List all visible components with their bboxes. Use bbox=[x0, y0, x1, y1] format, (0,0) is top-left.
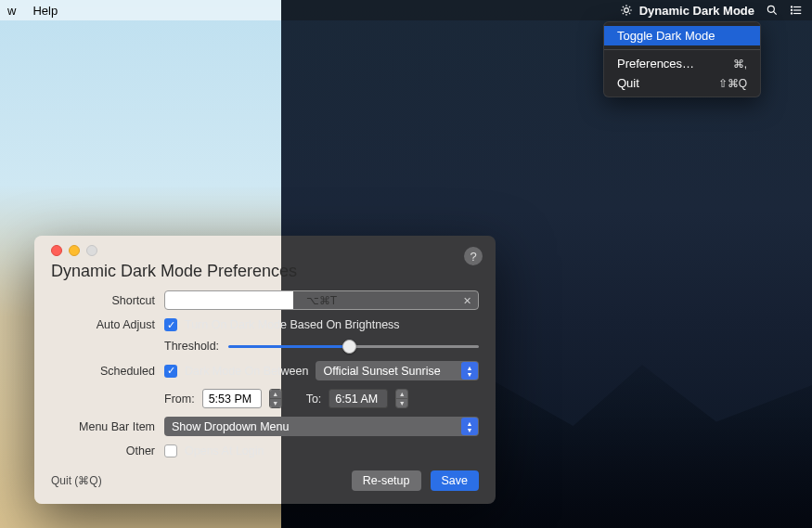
menu-toggle-dark-mode[interactable]: Toggle Dark Mode bbox=[604, 26, 760, 45]
shortcut-value: ⌥⌘T bbox=[306, 294, 337, 307]
menubar-app-title: Dynamic Dark Mode bbox=[639, 4, 754, 18]
zoom-button-disabled bbox=[86, 245, 97, 256]
svg-point-15 bbox=[791, 9, 792, 10]
close-button[interactable] bbox=[51, 245, 62, 256]
to-stepper[interactable]: ▲▼ bbox=[395, 389, 408, 408]
shortcut-field[interactable]: ⌥⌘T ✕ bbox=[164, 290, 479, 310]
sun-icon bbox=[619, 3, 634, 18]
threshold-slider[interactable] bbox=[228, 345, 479, 348]
save-button[interactable]: Save bbox=[431, 470, 480, 491]
from-stepper[interactable]: ▲▼ bbox=[269, 389, 282, 408]
quit-label: Quit (⌘Q) bbox=[51, 474, 102, 487]
menubar: w Help Dynamic Dark Mode bbox=[0, 0, 812, 20]
menu-separator bbox=[604, 49, 760, 50]
menu-item-label: Toggle Dark Mode bbox=[617, 29, 715, 43]
from-time-field[interactable]: 5:53 PM bbox=[202, 389, 262, 408]
label-menu-bar-item: Menu Bar Item bbox=[51, 420, 164, 433]
from-time-value: 5:53 PM bbox=[209, 393, 252, 406]
menubar-item-help[interactable]: Help bbox=[32, 4, 58, 18]
svg-point-9 bbox=[767, 6, 774, 12]
menu-item-label: Preferences… bbox=[617, 57, 694, 71]
menu-quit[interactable]: Quit ⇧⌘Q bbox=[604, 73, 760, 93]
slider-knob[interactable] bbox=[342, 340, 356, 354]
list-icon[interactable] bbox=[790, 4, 803, 17]
auto-adjust-label: Turn On Dark Mode Based On Brightness bbox=[185, 318, 400, 331]
svg-line-8 bbox=[629, 6, 630, 7]
preferences-window: ? Dynamic Dark Mode Preferences Shortcut… bbox=[34, 236, 496, 504]
svg-line-6 bbox=[629, 13, 630, 14]
menu-bar-select[interactable]: Show Dropdown Menu ▲▼ bbox=[164, 417, 479, 436]
scheduled-label: Dark Mode On Between bbox=[185, 365, 308, 378]
opens-at-login-checkbox[interactable] bbox=[164, 444, 177, 457]
svg-point-0 bbox=[624, 8, 628, 13]
svg-line-10 bbox=[773, 11, 776, 14]
spotlight-icon[interactable] bbox=[766, 4, 779, 17]
to-time-field[interactable]: 6:51 AM bbox=[329, 389, 388, 408]
menu-item-shortcut: ⌘, bbox=[733, 58, 747, 71]
menubar-right: Dynamic Dark Mode bbox=[281, 0, 812, 20]
menubar-app-status[interactable]: Dynamic Dark Mode bbox=[619, 3, 754, 18]
menu-preferences[interactable]: Preferences… ⌘, bbox=[604, 54, 760, 73]
svg-point-16 bbox=[791, 13, 792, 14]
button-label: Save bbox=[442, 474, 469, 487]
chevron-up-down-icon: ▲▼ bbox=[461, 418, 478, 435]
auto-adjust-checkbox[interactable]: ✓ bbox=[164, 318, 177, 331]
label-scheduled: Scheduled bbox=[51, 365, 164, 378]
menubar-left: w Help bbox=[0, 0, 281, 20]
scheduled-checkbox[interactable]: ✓ bbox=[164, 365, 177, 378]
to-label: To: bbox=[306, 393, 322, 406]
label-other: Other bbox=[51, 444, 164, 457]
svg-line-5 bbox=[623, 6, 624, 7]
select-value: Official Sunset Sunrise bbox=[323, 365, 440, 378]
threshold-label: Threshold: bbox=[164, 340, 219, 353]
to-time-value: 6:51 AM bbox=[335, 393, 378, 406]
menubar-item-w[interactable]: w bbox=[7, 4, 16, 18]
help-button[interactable]: ? bbox=[464, 247, 483, 265]
window-traffic-lights bbox=[51, 245, 479, 256]
chevron-up-down-icon: ▲▼ bbox=[461, 362, 478, 380]
label-shortcut: Shortcut bbox=[51, 294, 164, 307]
svg-line-7 bbox=[623, 13, 624, 14]
resetup-button[interactable]: Re-setup bbox=[352, 470, 421, 491]
label-auto-adjust: Auto Adjust bbox=[51, 318, 164, 331]
svg-point-14 bbox=[791, 6, 792, 7]
button-label: Re-setup bbox=[363, 474, 410, 487]
menu-item-shortcut: ⇧⌘Q bbox=[718, 77, 747, 90]
clear-icon[interactable]: ✕ bbox=[459, 293, 474, 308]
opens-at-login-label: Opens At Login bbox=[185, 444, 264, 457]
window-title: Dynamic Dark Mode Preferences bbox=[51, 262, 479, 281]
minimize-button[interactable] bbox=[69, 245, 80, 256]
scheduled-select[interactable]: Official Sunset Sunrise ▲▼ bbox=[316, 361, 479, 380]
select-value: Show Dropdown Menu bbox=[172, 420, 289, 433]
status-dropdown: Toggle Dark Mode Preferences… ⌘, Quit ⇧⌘… bbox=[603, 21, 761, 97]
menu-item-label: Quit bbox=[617, 76, 639, 90]
from-label: From: bbox=[164, 393, 195, 406]
